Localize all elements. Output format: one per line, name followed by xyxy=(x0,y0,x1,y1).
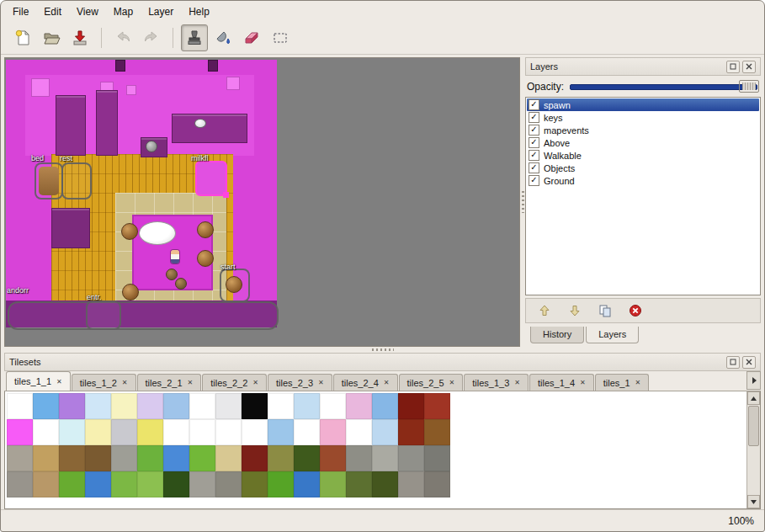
scroll-up-button[interactable] xyxy=(747,391,760,405)
tileset-tab-tiles_1_2[interactable]: tiles_1_2✕ xyxy=(72,374,136,391)
tile[interactable] xyxy=(294,471,320,497)
layer-visibility-checkbox[interactable]: ✓ xyxy=(529,150,539,161)
tile[interactable] xyxy=(268,393,294,419)
dock-tab-layers[interactable]: Layers xyxy=(586,327,639,343)
layer-row-Walkable[interactable]: ✓Walkable xyxy=(527,149,759,162)
close-tab-icon[interactable]: ✕ xyxy=(122,379,128,386)
tile[interactable] xyxy=(424,445,450,471)
tile[interactable] xyxy=(163,419,189,445)
tile[interactable] xyxy=(7,471,33,497)
layer-row-Above[interactable]: ✓Above xyxy=(527,136,759,149)
map-view[interactable]: bed rest milkfl start andorr entr. xyxy=(4,57,520,347)
tileset-tab-tiles_2_3[interactable]: tiles_2_3✕ xyxy=(268,374,332,391)
tileset-tab-tiles_2_5[interactable]: tiles_2_5✕ xyxy=(399,374,464,391)
tileset-tab-tiles_2_4[interactable]: tiles_2_4✕ xyxy=(333,374,398,391)
delete-layer-button[interactable] xyxy=(627,302,644,319)
tileset-tab-tiles_1_3[interactable]: tiles_1_3✕ xyxy=(464,374,529,391)
close-tab-icon[interactable]: ✕ xyxy=(384,379,390,386)
selection-handle[interactable] xyxy=(223,192,229,198)
close-tab-icon[interactable]: ✕ xyxy=(580,379,586,386)
tile[interactable] xyxy=(320,419,346,445)
tile[interactable] xyxy=(294,393,320,419)
opacity-slider-track[interactable] xyxy=(570,84,757,90)
layer-visibility-checkbox[interactable]: ✓ xyxy=(529,99,539,110)
tile[interactable] xyxy=(215,445,242,471)
float-dock-button[interactable] xyxy=(726,61,740,73)
raise-layer-button[interactable] xyxy=(536,302,553,319)
opacity-slider-handle[interactable] xyxy=(739,80,759,93)
tile[interactable] xyxy=(268,419,294,445)
tile[interactable] xyxy=(294,445,320,471)
layer-row-mapevents[interactable]: ✓mapevents xyxy=(527,124,759,136)
close-tab-icon[interactable]: ✕ xyxy=(252,379,258,386)
tile[interactable] xyxy=(163,471,189,497)
tile[interactable] xyxy=(85,419,111,445)
layer-row-spawn[interactable]: ✓spawn xyxy=(527,98,759,111)
lower-layer-button[interactable] xyxy=(566,302,583,319)
tile[interactable] xyxy=(111,471,137,497)
close-tab-icon[interactable]: ✕ xyxy=(318,379,324,386)
dock-tab-history[interactable]: History xyxy=(530,327,584,343)
menu-file[interactable]: File xyxy=(6,3,35,20)
bucket-fill-button[interactable] xyxy=(210,24,236,51)
tile[interactable] xyxy=(111,419,137,445)
tile[interactable] xyxy=(372,393,398,419)
map-object-entr[interactable] xyxy=(86,301,121,330)
tile[interactable] xyxy=(33,393,59,419)
layer-visibility-checkbox[interactable]: ✓ xyxy=(529,162,539,173)
tile[interactable] xyxy=(137,445,163,471)
close-tab-icon[interactable]: ✕ xyxy=(514,379,520,386)
tile[interactable] xyxy=(424,393,450,419)
tile[interactable] xyxy=(7,393,33,419)
tile[interactable] xyxy=(372,471,398,497)
tile[interactable] xyxy=(7,445,33,471)
tile[interactable] xyxy=(111,393,137,419)
tileset-tab-tiles_1[interactable]: tiles_1✕ xyxy=(595,374,650,391)
map-object-bed[interactable] xyxy=(35,162,63,200)
tile[interactable] xyxy=(242,419,268,445)
tile[interactable] xyxy=(59,419,85,445)
tile[interactable] xyxy=(242,445,268,471)
tile[interactable] xyxy=(320,471,346,497)
tile[interactable] xyxy=(59,393,85,419)
close-tab-icon[interactable]: ✕ xyxy=(56,378,62,386)
tile[interactable] xyxy=(372,445,398,471)
map-object-andorr[interactable] xyxy=(8,301,279,330)
tile[interactable] xyxy=(137,471,163,497)
map-object-milkfl-selected[interactable] xyxy=(195,161,227,196)
tileset-tab-tiles_1_1[interactable]: tiles_1_1✕ xyxy=(6,371,71,391)
close-tab-icon[interactable]: ✕ xyxy=(449,379,455,386)
tile[interactable] xyxy=(33,445,59,471)
rectangular-select-button[interactable] xyxy=(267,24,294,51)
map-canvas[interactable]: bed rest milkfl start andorr entr. xyxy=(6,60,277,327)
map-object-rest[interactable] xyxy=(61,162,92,200)
eraser-button[interactable] xyxy=(238,24,265,51)
layer-row-Objects[interactable]: ✓Objects xyxy=(527,162,759,174)
tile[interactable] xyxy=(268,445,294,471)
menu-edit[interactable]: Edit xyxy=(37,3,68,20)
scroll-down-button[interactable] xyxy=(747,495,760,508)
undo-button[interactable] xyxy=(109,24,136,51)
tile[interactable] xyxy=(242,471,268,497)
tile[interactable] xyxy=(7,419,33,445)
layer-visibility-checkbox[interactable]: ✓ xyxy=(529,125,539,136)
tile[interactable] xyxy=(346,393,372,419)
save-map-button[interactable] xyxy=(66,24,93,51)
tile-grid[interactable] xyxy=(5,391,452,508)
menu-help[interactable]: Help xyxy=(182,3,216,20)
tile[interactable] xyxy=(33,419,59,445)
tile[interactable] xyxy=(320,393,346,419)
opacity-slider[interactable] xyxy=(570,80,759,93)
tile[interactable] xyxy=(189,419,215,445)
tile[interactable] xyxy=(163,445,189,471)
tileset-tab-tiles_1_4[interactable]: tiles_1_4✕ xyxy=(529,374,594,391)
menu-view[interactable]: View xyxy=(70,3,105,20)
layer-visibility-checkbox[interactable]: ✓ xyxy=(529,137,539,148)
tile[interactable] xyxy=(424,419,450,445)
float-dock-button[interactable] xyxy=(726,356,740,369)
redo-button[interactable] xyxy=(138,24,165,51)
tile[interactable] xyxy=(33,471,59,497)
scrollbar-track[interactable] xyxy=(747,447,760,495)
horizontal-splitter[interactable] xyxy=(1,347,764,353)
tileset-scrollbar[interactable] xyxy=(746,391,760,508)
